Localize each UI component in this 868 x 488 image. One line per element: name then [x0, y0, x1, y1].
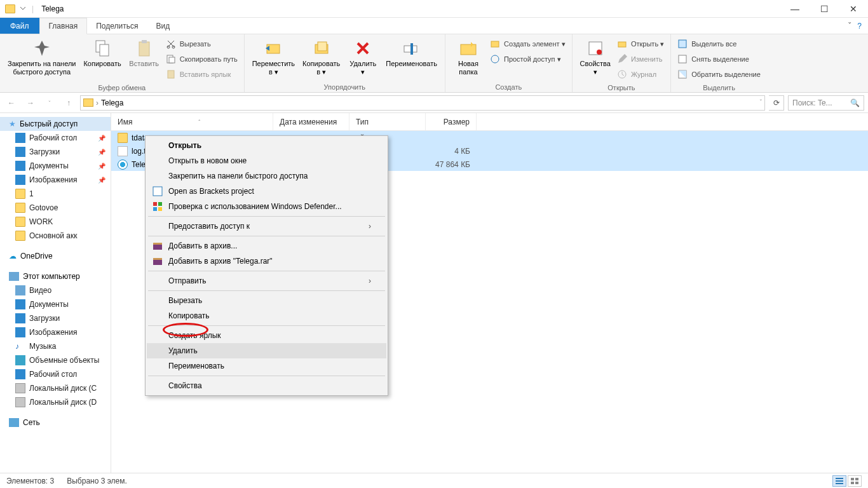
svg-rect-13: [410, 43, 413, 55]
copy-path-button[interactable]: Скопировать путь: [166, 52, 238, 66]
winrar-icon: [152, 255, 163, 267]
new-item-button[interactable]: Создать элемент ▾: [490, 37, 566, 51]
close-button[interactable]: ✕: [839, 0, 868, 18]
properties-button[interactable]: Свойства ▾: [576, 36, 614, 79]
downloads-icon: [15, 147, 25, 157]
ctx-send[interactable]: Отправить›: [147, 273, 386, 288]
column-type[interactable]: Тип: [349, 113, 426, 130]
ctx-properties[interactable]: Свойства: [147, 378, 386, 393]
maximize-button[interactable]: ☐: [810, 0, 839, 18]
sidebar-item-folder-work[interactable]: WORK: [0, 215, 111, 229]
qat-dropdown-icon[interactable]: [19, 4, 28, 13]
select-none-button[interactable]: Снять выделение: [677, 52, 761, 66]
sidebar-item-desktop2[interactable]: Рабочий стол: [0, 367, 111, 381]
ctx-defender[interactable]: Проверка с использованием Windows Defend…: [147, 199, 386, 214]
address-bar[interactable]: › Telega ˇ: [80, 95, 765, 111]
new-folder-button[interactable]: Новая папка: [449, 36, 487, 79]
copy-to-button[interactable]: Копировать в ▾: [299, 36, 344, 79]
edit-button[interactable]: Изменить: [617, 52, 664, 66]
ctx-grant-access[interactable]: Предоставить доступ к›: [147, 219, 386, 234]
sidebar-item-pictures2[interactable]: Изображения: [0, 325, 111, 339]
sidebar-item-drive-d[interactable]: Локальный диск (D: [0, 395, 111, 409]
address-dropdown-icon[interactable]: ˇ: [760, 99, 762, 106]
ribbon: Закрепить на панели быстрого доступа Коп…: [0, 34, 868, 93]
svg-rect-33: [836, 478, 843, 479]
column-headers: Имяˆ Дата изменения Тип Размер: [111, 113, 868, 131]
help-icon[interactable]: ?: [857, 22, 862, 30]
svg-rect-35: [836, 483, 843, 484]
tab-file[interactable]: Файл: [0, 18, 39, 34]
back-button[interactable]: ←: [4, 95, 19, 111]
column-size[interactable]: Размер: [426, 113, 477, 130]
history-button[interactable]: Журнал: [617, 67, 664, 81]
sidebar-item-downloads[interactable]: Загрузки📌: [0, 145, 111, 159]
svg-rect-29: [153, 244, 162, 250]
ctx-open[interactable]: Открыть: [147, 138, 386, 153]
tab-home[interactable]: Главная: [39, 18, 88, 34]
sidebar-onedrive[interactable]: ☁OneDrive: [0, 249, 111, 263]
paste-shortcut-button[interactable]: Вставить ярлык: [166, 67, 238, 81]
ctx-delete[interactable]: Удалить: [147, 343, 386, 358]
minimize-button[interactable]: —: [780, 0, 810, 18]
sidebar-item-pictures[interactable]: Изображения📌: [0, 173, 111, 187]
downloads-icon: [15, 313, 25, 323]
tab-share[interactable]: Поделиться: [87, 18, 147, 34]
pin-to-quick-access-button[interactable]: Закрепить на панели быстрого доступа: [4, 36, 79, 79]
sidebar-item-music[interactable]: ♪Музыка: [0, 339, 111, 353]
sidebar-item-folder-1[interactable]: 1: [0, 187, 111, 201]
sidebar-item-3d[interactable]: Объемные объекты: [0, 353, 111, 367]
ctx-cut[interactable]: Вырезать: [147, 293, 386, 308]
sidebar-item-folder-gotovoe[interactable]: Gotovoe: [0, 201, 111, 215]
pictures-icon: [15, 175, 25, 185]
svg-rect-32: [153, 258, 162, 260]
column-date[interactable]: Дата изменения: [273, 113, 349, 130]
open-button[interactable]: Открыть ▾: [617, 37, 664, 51]
recent-dropdown[interactable]: ˇ: [42, 95, 57, 111]
view-icons-button[interactable]: [848, 475, 862, 487]
copy-button[interactable]: Копировать: [79, 36, 125, 71]
forward-button[interactable]: →: [23, 95, 38, 111]
ctx-pin-quick[interactable]: Закрепить на панели быстрого доступа: [147, 168, 386, 184]
refresh-button[interactable]: ⟳: [769, 95, 784, 111]
sidebar-item-video[interactable]: Видео: [0, 283, 111, 297]
view-details-button[interactable]: [832, 475, 846, 487]
move-to-button[interactable]: Переместить в ▾: [248, 36, 299, 79]
delete-button[interactable]: Удалить ▾: [344, 36, 382, 79]
select-all-button[interactable]: Выделить все: [677, 37, 761, 51]
search-input[interactable]: Поиск: Te... 🔍: [788, 95, 864, 111]
folder-icon: [5, 4, 15, 13]
ctx-shortcut[interactable]: Создать ярлык: [147, 328, 386, 343]
clipboard-group-label: Буфер обмена: [4, 83, 240, 93]
svg-rect-22: [679, 55, 686, 63]
rename-button[interactable]: Переименовать: [382, 36, 441, 71]
sidebar-item-documents2[interactable]: Документы: [0, 297, 111, 311]
ctx-open-new-window[interactable]: Открыть в новом окне: [147, 153, 386, 168]
sidebar-item-drive-c[interactable]: Локальный диск (C: [0, 381, 111, 395]
up-button[interactable]: ↑: [61, 95, 76, 111]
svg-rect-8: [168, 71, 174, 78]
sidebar-item-downloads2[interactable]: Загрузки: [0, 311, 111, 325]
ctx-add-archive[interactable]: Добавить в архив...: [147, 238, 386, 254]
easy-access-button[interactable]: Простой доступ ▾: [490, 52, 566, 66]
tab-view[interactable]: Вид: [147, 18, 179, 34]
sidebar-quick-access[interactable]: ★Быстрый доступ: [0, 117, 111, 131]
ribbon-collapse-icon[interactable]: ˇ: [848, 22, 851, 30]
cut-button[interactable]: Вырезать: [166, 37, 238, 51]
sidebar-network[interactable]: Сеть: [0, 416, 111, 430]
copy-label: Копировать: [83, 60, 121, 68]
sidebar-item-documents[interactable]: Документы📌: [0, 159, 111, 173]
ctx-brackets[interactable]: Open as Brackets project: [147, 184, 386, 199]
paste-button[interactable]: Вставить: [125, 36, 163, 71]
breadcrumb-folder[interactable]: Telega: [101, 98, 123, 107]
drive-icon: [15, 397, 25, 407]
sidebar-this-pc[interactable]: Этот компьютер: [0, 269, 111, 283]
sidebar-item-desktop[interactable]: Рабочий стол📌: [0, 131, 111, 145]
ctx-rename[interactable]: Переименовать: [147, 358, 386, 374]
select-group-label: Выделить: [675, 83, 763, 93]
ribbon-group-new: Новая папка Создать элемент ▾ Простой до…: [445, 34, 573, 92]
ctx-copy[interactable]: Копировать: [147, 308, 386, 323]
invert-selection-button[interactable]: Обратить выделение: [677, 67, 761, 81]
sidebar-item-folder-osnovnoi[interactable]: Основной акк: [0, 229, 111, 243]
ctx-add-rar[interactable]: Добавить в архив "Telega.rar": [147, 254, 386, 269]
column-name[interactable]: Имяˆ: [111, 113, 273, 130]
